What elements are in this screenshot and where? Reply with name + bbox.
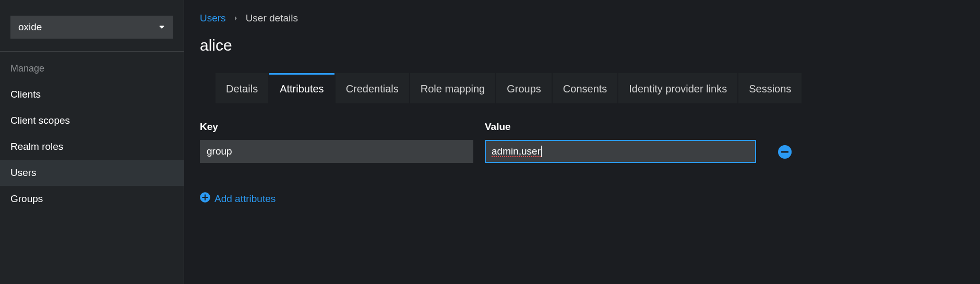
sidebar-item-client-scopes[interactable]: Client scopes <box>0 108 184 134</box>
text-cursor <box>541 146 542 157</box>
tab-consents[interactable]: Consents <box>553 73 618 103</box>
key-column: Key <box>200 121 473 163</box>
attributes-form: Key Value admin,user Add attributes <box>200 103 964 205</box>
key-input[interactable] <box>200 140 473 163</box>
value-input[interactable]: admin,user <box>485 140 756 163</box>
key-label: Key <box>200 121 473 133</box>
tab-details[interactable]: Details <box>216 73 268 103</box>
main-content: Users User details alice Details Attribu… <box>184 0 980 284</box>
tabs: Details Attributes Credentials Role mapp… <box>216 73 964 103</box>
remove-attribute-button[interactable] <box>778 145 792 159</box>
breadcrumb: Users User details <box>200 0 964 29</box>
sidebar-item-users[interactable]: Users <box>0 160 184 186</box>
svg-rect-1 <box>781 151 788 152</box>
value-label: Value <box>485 121 756 133</box>
sidebar-item-groups[interactable]: Groups <box>0 186 184 212</box>
realm-selector[interactable]: oxide <box>10 16 173 39</box>
chevron-down-icon <box>158 21 165 33</box>
realm-selector-container: oxide <box>0 0 184 52</box>
tab-role-mapping[interactable]: Role mapping <box>410 73 495 103</box>
sidebar-section-manage: Manage <box>0 52 184 81</box>
breadcrumb-users-link[interactable]: Users <box>200 13 226 24</box>
tab-attributes[interactable]: Attributes <box>269 73 334 103</box>
sidebar-nav: Clients Client scopes Realm roles Users … <box>0 81 184 212</box>
tab-credentials[interactable]: Credentials <box>336 73 409 103</box>
value-column: Value admin,user <box>485 121 756 163</box>
tab-sessions[interactable]: Sessions <box>738 73 802 103</box>
attribute-row: Key Value admin,user <box>200 121 964 163</box>
breadcrumb-current: User details <box>246 13 298 24</box>
tab-groups[interactable]: Groups <box>496 73 552 103</box>
sidebar: oxide Manage Clients Client scopes Realm… <box>0 0 184 284</box>
sidebar-item-realm-roles[interactable]: Realm roles <box>0 134 184 160</box>
chevron-right-icon <box>233 15 238 22</box>
tab-identity-provider-links[interactable]: Identity provider links <box>618 73 737 103</box>
plus-circle-icon <box>200 192 210 205</box>
realm-selector-value: oxide <box>18 21 42 33</box>
page-title: alice <box>200 29 964 73</box>
add-attributes-label: Add attributes <box>214 193 276 205</box>
minus-circle-icon <box>778 145 792 159</box>
add-attributes-button[interactable]: Add attributes <box>200 192 276 205</box>
sidebar-item-clients[interactable]: Clients <box>0 81 184 108</box>
